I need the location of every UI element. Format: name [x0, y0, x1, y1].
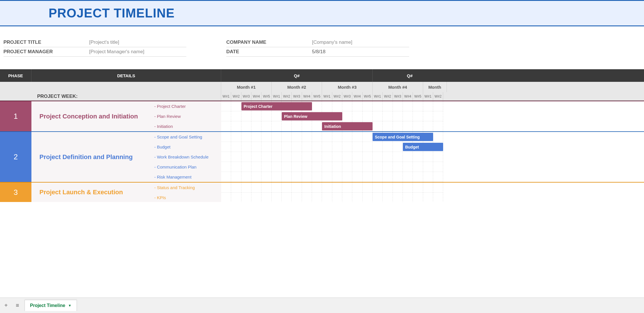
- grid-cell[interactable]: [413, 111, 423, 121]
- meta-value[interactable]: [Project's title]: [89, 39, 119, 45]
- grid-cell[interactable]: [433, 152, 443, 162]
- grid-cell[interactable]: [423, 193, 433, 202]
- grid-cell[interactable]: [393, 193, 403, 202]
- grid-cell[interactable]: [363, 132, 373, 142]
- grid-cell[interactable]: [332, 162, 342, 172]
- grid-cell[interactable]: [282, 172, 292, 182]
- grid-cell[interactable]: [221, 193, 231, 202]
- grid-cell[interactable]: [261, 152, 271, 162]
- grid-cell[interactable]: [332, 132, 342, 142]
- grid-cell[interactable]: [383, 121, 393, 131]
- grid-cell[interactable]: [352, 183, 362, 193]
- grid-cell[interactable]: [352, 162, 362, 172]
- grid-cell[interactable]: [221, 132, 231, 142]
- grid-cell[interactable]: [403, 193, 413, 202]
- grid-cell[interactable]: [312, 101, 322, 111]
- grid-cell[interactable]: [413, 172, 423, 182]
- grid-cell[interactable]: [342, 101, 352, 111]
- grid-cell[interactable]: [221, 172, 231, 182]
- grid-cell[interactable]: [241, 172, 251, 182]
- grid-cell[interactable]: [373, 121, 383, 131]
- grid-cell[interactable]: [272, 172, 282, 182]
- grid-cell[interactable]: [312, 152, 322, 162]
- grid-cell[interactable]: [352, 111, 362, 121]
- grid-cell[interactable]: [433, 111, 443, 121]
- grid-cell[interactable]: [272, 162, 282, 172]
- grid-cell[interactable]: [383, 101, 393, 111]
- grid-cell[interactable]: [282, 142, 292, 152]
- grid-cell[interactable]: [322, 101, 332, 111]
- grid-cell[interactable]: [292, 152, 302, 162]
- grid-cell[interactable]: [342, 162, 352, 172]
- grid-cell[interactable]: [272, 121, 282, 131]
- grid-cell[interactable]: [261, 111, 271, 121]
- grid-cell[interactable]: [373, 152, 383, 162]
- grid-cell[interactable]: [342, 132, 352, 142]
- grid-cell[interactable]: [342, 111, 352, 121]
- grid-cell[interactable]: [433, 101, 443, 111]
- grid-cell[interactable]: [272, 132, 282, 142]
- grid-cell[interactable]: [393, 183, 403, 193]
- grid-cell[interactable]: [272, 152, 282, 162]
- grid-cell[interactable]: [332, 193, 342, 202]
- grid-cell[interactable]: [302, 142, 312, 152]
- grid-cell[interactable]: [373, 172, 383, 182]
- grid-cell[interactable]: [231, 183, 241, 193]
- grid-cell[interactable]: [423, 101, 433, 111]
- grid-cell[interactable]: [312, 132, 322, 142]
- grid-cell[interactable]: [251, 183, 261, 193]
- grid-cell[interactable]: [251, 111, 261, 121]
- grid-cell[interactable]: [322, 142, 332, 152]
- grid-cell[interactable]: [231, 111, 241, 121]
- grid-cell[interactable]: [241, 193, 251, 202]
- grid-cell[interactable]: [312, 172, 322, 182]
- grid-cell[interactable]: [231, 152, 241, 162]
- grid-cell[interactable]: [352, 142, 362, 152]
- grid-cell[interactable]: [231, 121, 241, 131]
- grid-cell[interactable]: [342, 172, 352, 182]
- grid-cell[interactable]: [272, 111, 282, 121]
- grid-cell[interactable]: [393, 152, 403, 162]
- grid-cell[interactable]: [352, 101, 362, 111]
- grid-cell[interactable]: [393, 101, 403, 111]
- grid-cell[interactable]: [241, 142, 251, 152]
- grid-cell[interactable]: [373, 111, 383, 121]
- grid-cell[interactable]: [292, 121, 302, 131]
- grid-cell[interactable]: [302, 172, 312, 182]
- grid-cell[interactable]: [352, 152, 362, 162]
- grid-cell[interactable]: [221, 101, 231, 111]
- grid-cell[interactable]: [413, 101, 423, 111]
- grid-cell[interactable]: [403, 111, 413, 121]
- grid-cell[interactable]: [251, 172, 261, 182]
- grid-cell[interactable]: [423, 162, 433, 172]
- grid-cell[interactable]: [261, 183, 271, 193]
- grid-cell[interactable]: [423, 183, 433, 193]
- grid-cell[interactable]: [272, 193, 282, 202]
- grid-cell[interactable]: [241, 183, 251, 193]
- grid-cell[interactable]: [251, 162, 261, 172]
- grid-cell[interactable]: [433, 132, 443, 142]
- grid-cell[interactable]: [261, 132, 271, 142]
- grid-cell[interactable]: [393, 172, 403, 182]
- grid-cell[interactable]: [282, 121, 292, 131]
- grid-cell[interactable]: [292, 172, 302, 182]
- meta-value[interactable]: [Company's name]: [312, 39, 352, 45]
- grid-cell[interactable]: [423, 111, 433, 121]
- grid-cell[interactable]: [282, 132, 292, 142]
- grid-cell[interactable]: [322, 132, 332, 142]
- grid-cell[interactable]: [231, 101, 241, 111]
- grid-cell[interactable]: [342, 152, 352, 162]
- grid-cell[interactable]: [433, 121, 443, 131]
- grid-cell[interactable]: [282, 162, 292, 172]
- grid-cell[interactable]: [433, 193, 443, 202]
- grid-cell[interactable]: [322, 193, 332, 202]
- grid-cell[interactable]: [332, 152, 342, 162]
- grid-cell[interactable]: [221, 142, 231, 152]
- grid-cell[interactable]: [383, 111, 393, 121]
- grid-cell[interactable]: [302, 152, 312, 162]
- grid-cell[interactable]: [413, 152, 423, 162]
- grid-cell[interactable]: [231, 172, 241, 182]
- grid-cell[interactable]: [352, 132, 362, 142]
- grid-cell[interactable]: [282, 183, 292, 193]
- grid-cell[interactable]: [292, 183, 302, 193]
